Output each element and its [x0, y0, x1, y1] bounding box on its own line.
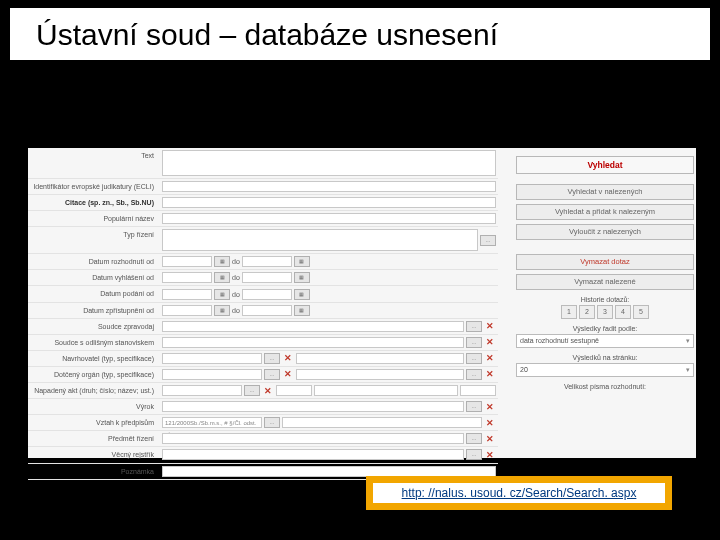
napadeny-druh-input[interactable]: [162, 385, 242, 396]
soudce-zpravodaj-input[interactable]: [162, 321, 464, 332]
history-label: Historie dotazů:: [516, 296, 694, 303]
citace-input[interactable]: [162, 197, 496, 208]
clear-icon[interactable]: ✕: [484, 337, 496, 347]
lbl-datum-zprist: Datum zpřístupnění od: [28, 303, 160, 318]
clear-icon[interactable]: ✕: [484, 450, 496, 460]
navrhovatel-spec-input[interactable]: [296, 353, 464, 364]
pick-button[interactable]: ...: [264, 417, 280, 428]
pick-button[interactable]: ...: [466, 449, 482, 460]
clear-icon[interactable]: ✕: [484, 402, 496, 412]
pick-button[interactable]: ...: [466, 369, 482, 380]
pick-button[interactable]: ...: [466, 401, 482, 412]
pick-button[interactable]: ...: [264, 369, 280, 380]
vyrok-input[interactable]: [162, 401, 464, 412]
text-input[interactable]: [162, 150, 496, 176]
lbl-vecny: Věcný rejstřík: [28, 447, 160, 462]
cal-icon[interactable]: ▦: [294, 305, 310, 316]
datum-vyhlaseni-do[interactable]: [242, 272, 292, 283]
lbl-predmet: Předmět řízení: [28, 431, 160, 446]
search-button[interactable]: Vyhledat: [516, 156, 694, 174]
napadeny-cislo-input[interactable]: [276, 385, 312, 396]
cal-icon[interactable]: ▦: [294, 272, 310, 283]
search-form: Text Identifikátor evropské judikatury (…: [28, 148, 696, 458]
typ-input[interactable]: [162, 229, 478, 251]
lbl-text: Text: [28, 148, 160, 178]
search-in-found-button[interactable]: Vyhledat v nalezených: [516, 184, 694, 200]
napadeny-ust-input[interactable]: [460, 385, 496, 396]
poznamka-input[interactable]: [162, 466, 496, 477]
history-page-1[interactable]: 1: [561, 305, 577, 319]
datum-rozhodnuti-od[interactable]: [162, 256, 212, 267]
perpage-select[interactable]: 20: [516, 363, 694, 377]
clear-icon[interactable]: ✕: [484, 418, 496, 428]
datum-podani-do[interactable]: [242, 289, 292, 300]
lbl-dotceny: Dotčený orgán (typ, specifikace): [28, 367, 160, 382]
popularni-input[interactable]: [162, 213, 496, 224]
link-callout: http: //nalus. usoud. cz/Search/Search. …: [366, 476, 672, 510]
lbl-vztah: Vztah k předpisům: [28, 415, 160, 430]
datum-rozhodnuti-do[interactable]: [242, 256, 292, 267]
lbl-typ: Typ řízení: [28, 227, 160, 253]
clear-query-button[interactable]: Vymazat dotaz: [516, 254, 694, 270]
vecny-input[interactable]: [162, 449, 464, 460]
lbl-ecli: Identifikátor evropské judikatury (ECLI): [28, 179, 160, 194]
navrhovatel-typ-input[interactable]: [162, 353, 262, 364]
datum-vyhlaseni-od[interactable]: [162, 272, 212, 283]
lbl-popularni: Populární název: [28, 211, 160, 226]
pick-button[interactable]: ...: [264, 353, 280, 364]
cal-icon[interactable]: ▦: [214, 272, 230, 283]
predmet-input[interactable]: [162, 433, 464, 444]
lbl-datum-rozhodnuti: Datum rozhodnutí od: [28, 254, 160, 269]
history-page-5[interactable]: 5: [633, 305, 649, 319]
cal-icon[interactable]: ▦: [214, 256, 230, 267]
ecli-input[interactable]: [162, 181, 496, 192]
perpage-label: Výsledků na stránku:: [516, 354, 694, 361]
clear-icon[interactable]: ✕: [262, 386, 274, 396]
clear-icon[interactable]: ✕: [484, 321, 496, 331]
sort-select[interactable]: data rozhodnutí sestupně: [516, 334, 694, 348]
lbl-vyrok: Výrok: [28, 399, 160, 414]
pick-button[interactable]: ...: [466, 353, 482, 364]
lbl-napadeny: Napadený akt (druh; číslo; název; ust.): [28, 383, 160, 398]
dotceny-typ-input[interactable]: [162, 369, 262, 380]
clear-icon[interactable]: ✕: [484, 369, 496, 379]
pick-button[interactable]: ...: [466, 337, 482, 348]
cal-icon[interactable]: ▦: [214, 305, 230, 316]
clear-icon[interactable]: ✕: [282, 353, 294, 363]
history-pages: 1 2 3 4 5: [516, 305, 694, 319]
history-page-4[interactable]: 4: [615, 305, 631, 319]
lbl-poznamka: Poznámka: [28, 464, 160, 479]
cal-icon[interactable]: ▦: [294, 289, 310, 300]
dotceny-spec-input[interactable]: [296, 369, 464, 380]
lbl-soudce-zpravodaj: Soudce zpravodaj: [28, 319, 160, 334]
history-page-2[interactable]: 2: [579, 305, 595, 319]
lbl-datum-podani: Datum podání od: [28, 286, 160, 301]
exclude-button[interactable]: Vyloučit z nalezených: [516, 224, 694, 240]
lbl-citace: Citace (sp. zn., Sb., Sb.NU): [28, 195, 160, 210]
cal-icon[interactable]: ▦: [294, 256, 310, 267]
typ-pick-button[interactable]: ...: [480, 235, 496, 246]
slide-title: Ústavní soud – databáze usnesení: [36, 18, 508, 52]
clear-icon[interactable]: ✕: [282, 369, 294, 379]
history-page-3[interactable]: 3: [597, 305, 613, 319]
datum-zprist-od[interactable]: [162, 305, 212, 316]
napadeny-nazev-input[interactable]: [314, 385, 458, 396]
datum-podani-od[interactable]: [162, 289, 212, 300]
vztah-input[interactable]: 121/2000Sb./Sb.m.s., # §/Čl. odst. písm.: [162, 417, 262, 428]
pick-button[interactable]: ...: [466, 433, 482, 444]
clear-icon[interactable]: ✕: [484, 434, 496, 444]
vztah-spec-input[interactable]: [282, 417, 482, 428]
pick-button[interactable]: ...: [466, 321, 482, 332]
soudce-odl-input[interactable]: [162, 337, 464, 348]
cal-icon[interactable]: ▦: [214, 289, 230, 300]
sort-label: Výsledky řadit podle:: [516, 325, 694, 332]
search-add-button[interactable]: Vyhledat a přidat k nalezeným: [516, 204, 694, 220]
clear-found-button[interactable]: Vymazat nalezené: [516, 274, 694, 290]
datum-zprist-do[interactable]: [242, 305, 292, 316]
fontsize-label: Velikost písma rozhodnutí:: [516, 383, 694, 390]
lbl-datum-vyhlaseni: Datum vyhlášení od: [28, 270, 160, 285]
pick-button[interactable]: ...: [244, 385, 260, 396]
lbl-navrhovatel: Navrhovatel (typ, specifikace): [28, 351, 160, 366]
clear-icon[interactable]: ✕: [484, 353, 496, 363]
source-link[interactable]: http: //nalus. usoud. cz/Search/Search. …: [373, 483, 665, 503]
